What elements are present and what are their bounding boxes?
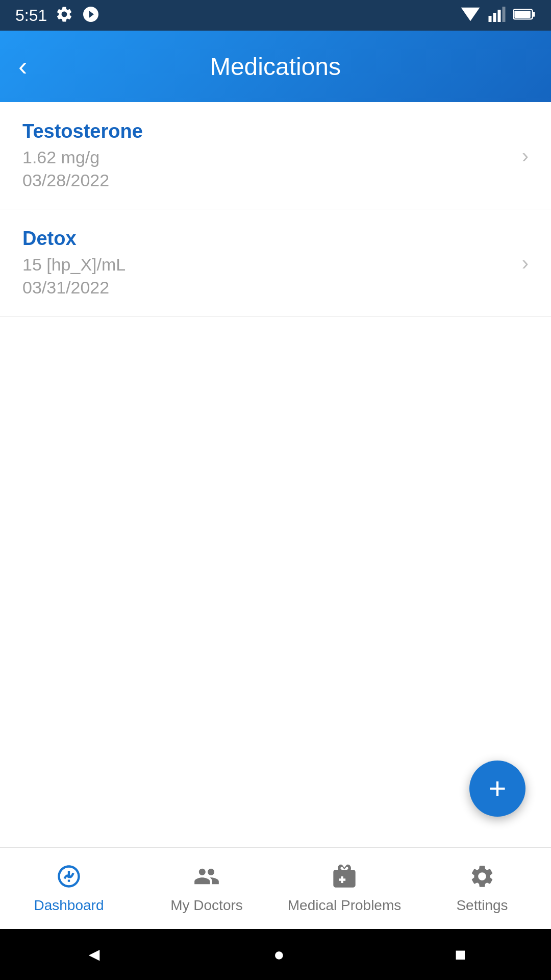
med-name-testosterone: Testosterone (22, 120, 529, 142)
nav-item-settings[interactable]: Settings (413, 863, 551, 914)
med-date-testosterone: 03/28/2022 (22, 170, 529, 190)
dashboard-icon (56, 863, 82, 893)
system-nav-bar: ◄ ● ■ (0, 929, 551, 980)
svg-point-8 (67, 875, 71, 878)
nav-item-medical-problems[interactable]: Medical Problems (276, 863, 413, 914)
settings-nav-icon (469, 863, 495, 893)
svg-rect-6 (514, 11, 530, 18)
add-medication-button[interactable]: + (469, 761, 525, 817)
medical-icon (331, 863, 358, 893)
nav-label-settings: Settings (456, 897, 508, 914)
nav-item-my-doctors[interactable]: My Doctors (138, 863, 276, 914)
med-name-detox: Detox (22, 228, 529, 250)
plus-icon: + (488, 773, 506, 804)
signal-icon (488, 7, 506, 24)
app-bar: ‹ Medications (0, 31, 551, 102)
medication-item-detox[interactable]: Detox 15 [hp_X]/mL 03/31/2022 › (0, 209, 551, 316)
back-button[interactable]: ‹ (18, 53, 27, 80)
svg-rect-0 (489, 16, 492, 22)
chevron-right-icon-testosterone: › (522, 144, 529, 167)
settings-icon (55, 5, 73, 26)
nav-label-my-doctors: My Doctors (170, 897, 243, 914)
medications-list: Testosterone 1.62 mg/g 03/28/2022 › Deto… (0, 102, 551, 847)
battery-icon (513, 7, 536, 23)
wifi-icon (460, 7, 481, 24)
sys-home-button[interactable]: ● (273, 944, 285, 965)
med-dosage-testosterone: 1.62 mg/g (22, 148, 529, 167)
chevron-right-icon-detox: › (522, 251, 529, 274)
nav-label-dashboard: Dashboard (34, 897, 104, 914)
svg-rect-3 (503, 7, 506, 22)
med-date-detox: 03/31/2022 (22, 278, 529, 298)
svg-rect-2 (498, 10, 501, 22)
nav-label-medical-problems: Medical Problems (288, 897, 402, 914)
status-icons-right (460, 7, 536, 24)
nav-item-dashboard[interactable]: Dashboard (0, 863, 138, 914)
svg-rect-1 (493, 13, 496, 22)
status-bar: 5:51 (0, 0, 551, 31)
bottom-nav: Dashboard My Doctors Medical Problems Se… (0, 847, 551, 929)
svg-rect-5 (533, 12, 535, 16)
health-icon (82, 5, 100, 26)
page-title: Medications (210, 53, 341, 81)
sys-recent-button[interactable]: ■ (455, 944, 466, 965)
sys-back-button[interactable]: ◄ (85, 944, 104, 965)
status-time: 5:51 (15, 6, 47, 25)
medication-item-testosterone[interactable]: Testosterone 1.62 mg/g 03/28/2022 › (0, 102, 551, 209)
doctors-icon (193, 863, 220, 893)
med-dosage-detox: 15 [hp_X]/mL (22, 255, 529, 275)
